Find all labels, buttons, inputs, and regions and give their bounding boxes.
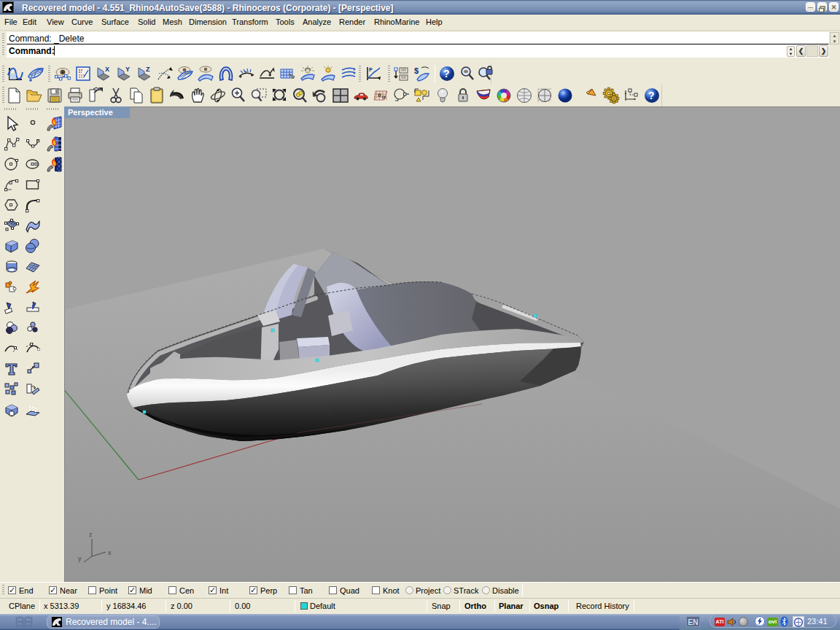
svg-text:Y: Y xyxy=(125,66,130,73)
svg-text:Z: Z xyxy=(146,66,150,73)
svg-text:±: ± xyxy=(244,69,247,74)
svg-text:y: y xyxy=(78,555,82,562)
svg-text:?: ? xyxy=(443,68,450,79)
svg-text:x: x xyxy=(108,549,112,556)
svg-text:$: $ xyxy=(414,66,419,75)
svg-text:P: P xyxy=(369,67,373,72)
svg-text:X: X xyxy=(105,66,109,73)
svg-text:z: z xyxy=(89,531,93,538)
svg-text:?: ? xyxy=(648,90,655,101)
